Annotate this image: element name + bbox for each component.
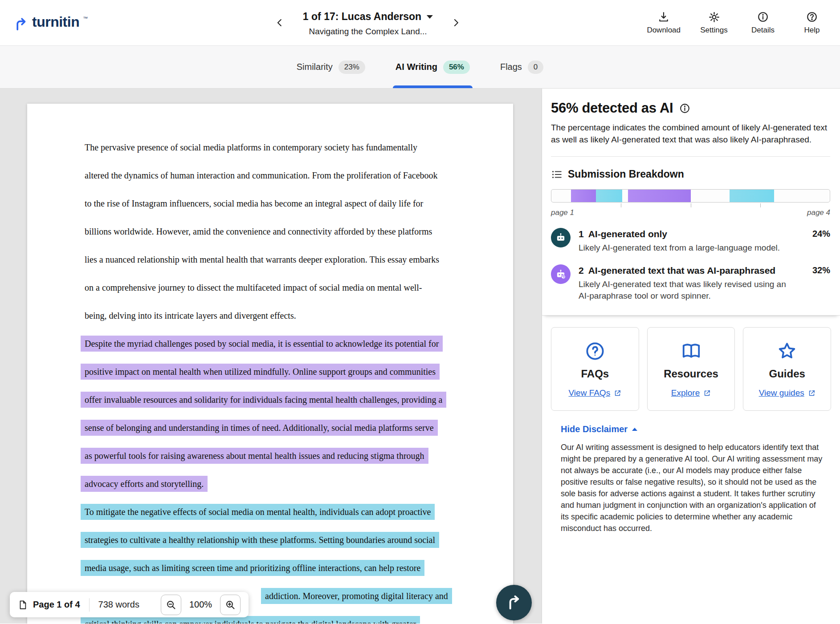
breakdown-segment-cyan	[730, 190, 774, 202]
logo-trademark: ™	[83, 16, 88, 21]
legend-title: AI-generated text that was AI-paraphrase…	[588, 265, 776, 276]
document-line: lies a nuanced relationship with mental …	[81, 254, 457, 271]
turnitin-fab-button[interactable]	[496, 585, 532, 620]
zoom-in-button[interactable]	[220, 595, 241, 615]
document-line: strategies to cultivate a healthy relati…	[81, 535, 457, 551]
page-tick	[691, 203, 691, 207]
zoom-out-icon	[166, 600, 176, 610]
document-line-text: altered the dynamics of human interactio…	[81, 167, 442, 183]
ai-highlight-purple[interactable]: advocacy efforts and storytelling.	[81, 476, 208, 492]
ai-highlight-cyan[interactable]: addiction. Moreover, promoting digital l…	[261, 588, 452, 604]
view-faqs-link[interactable]: View FAQs	[569, 388, 622, 398]
ai-highlight-cyan[interactable]: To mitigate the negative effects of soci…	[81, 504, 435, 520]
previous-submission-button[interactable]	[272, 15, 288, 31]
download-button[interactable]: Download	[647, 11, 681, 35]
document-line: Despite the myriad challenges posed by s…	[81, 338, 457, 355]
document-line: on a comprehensive journey to dissect th…	[81, 282, 457, 299]
next-submission-button[interactable]	[448, 15, 464, 31]
breakdown-segment-purple	[571, 190, 596, 202]
download-icon	[658, 11, 670, 23]
breakdown-segment-purple	[628, 190, 691, 202]
explore-resources-link[interactable]: Explore	[671, 388, 711, 398]
card-title: Resources	[664, 368, 718, 380]
document-line-text: The pervasive presence of social media p…	[81, 139, 421, 155]
breakdown-legend: 1 AI-generated only Likely AI-generated …	[551, 228, 830, 302]
legend-number: 2	[579, 265, 584, 276]
ai-highlight-purple[interactable]: sense of belonging and understanding in …	[81, 420, 438, 436]
turnitin-logo-icon	[13, 17, 29, 32]
top-header: turnitin ™ 1 of 17: Lucas Anderson Navig…	[0, 0, 840, 46]
page-tick	[621, 203, 621, 207]
page-tick	[760, 203, 761, 207]
document-paragraph: The pervasive presence of social media p…	[81, 142, 457, 327]
breakdown-bar	[551, 189, 830, 203]
zoom-in-icon	[225, 600, 236, 610]
hide-disclaimer-toggle[interactable]: Hide Disclaimer	[561, 424, 637, 434]
resources-card: Resources Explore	[647, 327, 735, 411]
info-icon	[757, 11, 769, 23]
legend-item-ai-paraphrased: 2 AI-generated text that was AI-paraphra…	[551, 264, 830, 302]
breakdown-segment-none	[622, 190, 628, 202]
report-tabbar: Similarity 23% AI Writing 56% Flags 0	[0, 46, 840, 89]
breakdown-segment-none	[774, 190, 830, 202]
card-title: Guides	[769, 368, 805, 380]
settings-button[interactable]: Settings	[698, 11, 730, 35]
info-icon[interactable]	[679, 103, 690, 114]
question-icon	[806, 11, 818, 23]
page-end-label: page 4	[807, 208, 830, 217]
document-line-text: on a comprehensive journey to dissect th…	[81, 280, 426, 296]
resources-section: FAQs View FAQs Resources Explore	[542, 316, 840, 534]
document-line: as powerful tools for raising awareness …	[81, 450, 457, 467]
page-icon	[18, 600, 28, 610]
ai-highlight-purple[interactable]: Despite the myriad challenges posed by s…	[81, 336, 443, 352]
robot-icon	[551, 228, 571, 247]
ai-highlight-purple[interactable]: offer invaluable resources and solidarit…	[81, 392, 446, 408]
document-line-text: being, delving into its intricate layers…	[81, 308, 300, 324]
document-line: altered the dynamics of human interactio…	[81, 170, 457, 187]
ai-disclaimer-text: Our AI writing assessment is designed to…	[561, 442, 825, 534]
logo-text: turnitin	[32, 14, 79, 30]
ai-writing-badge: 56%	[443, 61, 470, 74]
submission-breakdown-title: Submission Breakdown	[568, 168, 684, 180]
document-line-text: to the rise of Instagram influencers, so…	[81, 195, 427, 211]
help-button[interactable]: Help	[796, 11, 828, 35]
details-button[interactable]: Details	[747, 11, 779, 35]
zoom-level: 100%	[189, 600, 212, 610]
ai-highlight-cyan[interactable]: media usage, such as limiting screen tim…	[81, 560, 424, 576]
list-icon	[551, 169, 563, 180]
card-title: FAQs	[581, 368, 609, 380]
gear-icon	[708, 11, 720, 23]
star-icon	[777, 341, 797, 361]
chevron-down-icon	[427, 15, 433, 19]
legend-percentage: 24%	[802, 228, 830, 254]
legend-number: 1	[579, 229, 584, 239]
divider	[551, 156, 830, 157]
ai-highlight-purple[interactable]: positive impact on mental health when ut…	[81, 364, 440, 380]
guides-card: Guides View guides	[743, 327, 831, 411]
breakdown-segment-none	[691, 190, 730, 202]
chevron-right-icon	[451, 17, 461, 28]
ai-highlight-cyan[interactable]: strategies to cultivate a healthy relati…	[81, 532, 439, 548]
document-line: To mitigate the negative effects of soci…	[81, 506, 457, 523]
robot-paraphrase-icon	[551, 264, 571, 284]
document-line: critical thinking skills can empower ind…	[81, 619, 457, 624]
submission-selector[interactable]: 1 of 17: Lucas Anderson	[303, 11, 433, 23]
document-line: positive impact on mental health when ut…	[81, 366, 457, 383]
chevron-up-icon	[632, 428, 637, 431]
tab-flags[interactable]: Flags 0	[497, 46, 546, 88]
legend-description: Likely AI-generated text that was likely…	[579, 279, 795, 302]
question-circle-icon	[585, 341, 605, 361]
faqs-card: FAQs View FAQs	[551, 327, 639, 411]
ai-writing-panel: 56% detected as AI The percentage indica…	[542, 89, 840, 624]
legend-title: AI-generated only	[588, 229, 667, 239]
similarity-badge: 23%	[338, 61, 365, 74]
tab-ai-writing[interactable]: AI Writing 56%	[393, 46, 473, 88]
document-line: The pervasive presence of social media p…	[81, 142, 457, 159]
zoom-out-button[interactable]	[161, 595, 181, 615]
ai-highlight-purple[interactable]: as powerful tools for raising awareness …	[81, 448, 428, 464]
submission-navigator: 1 of 17: Lucas Anderson Navigating the C…	[272, 0, 464, 45]
breakdown-segment-cyan	[596, 190, 622, 202]
tab-similarity[interactable]: Similarity 23%	[294, 46, 368, 88]
view-guides-link[interactable]: View guides	[759, 388, 816, 398]
document-page: The pervasive presence of social media p…	[27, 104, 513, 624]
